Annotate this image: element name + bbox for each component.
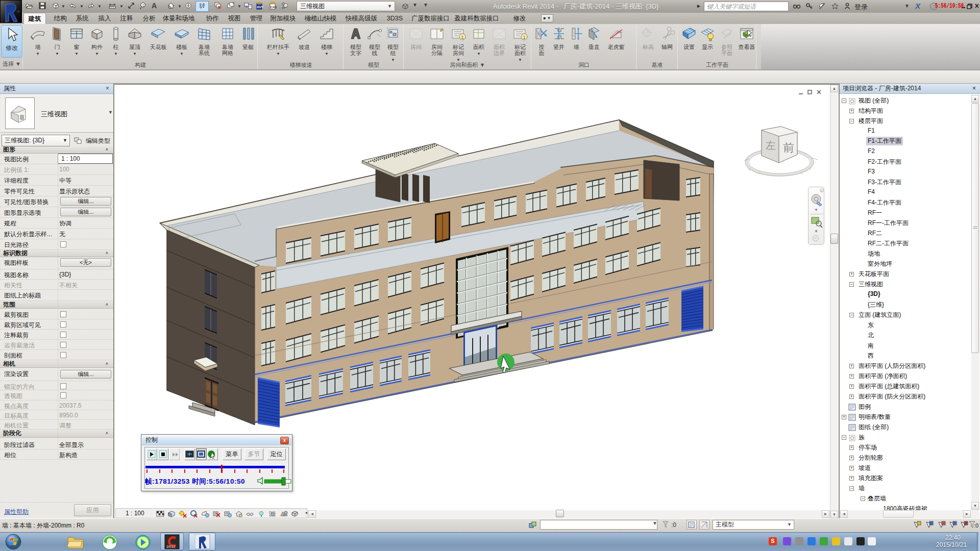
svg-text:CAD: CAD: [271, 6, 277, 9]
svg-text:RVT: RVT: [257, 6, 263, 9]
svg-text:2012: 2012: [166, 544, 176, 549]
svg-text:A: A: [152, 2, 157, 10]
svg-text:1: 1: [523, 35, 526, 40]
svg-text:1: 1: [461, 35, 464, 40]
svg-text:左: 左: [766, 140, 776, 151]
svg-text:1: 1: [142, 4, 144, 7]
svg-text:前: 前: [783, 141, 794, 154]
